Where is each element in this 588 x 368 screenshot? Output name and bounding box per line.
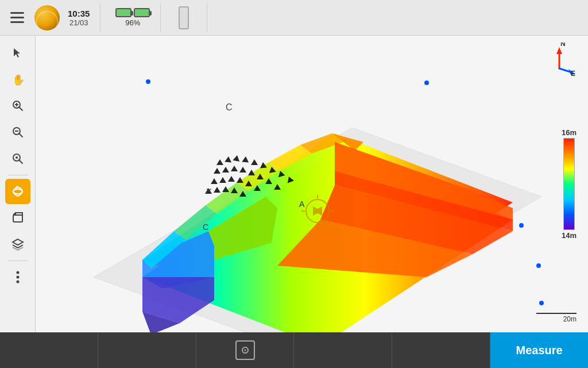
menu-button[interactable] [6,6,29,29]
pan-tool[interactable]: ✋ [5,67,30,92]
svg-marker-38 [242,156,249,162]
svg-text:✕: ✕ [206,186,212,195]
svg-marker-39 [251,159,258,165]
more-tool[interactable] [5,264,30,290]
compass-widget: N E [536,43,577,79]
globe-icon[interactable] [34,5,60,30]
svg-text:E: E [571,70,575,77]
time-display: 10:35 [68,9,90,18]
zoom-out-tool[interactable] [5,120,30,145]
scale-gradient [563,138,575,230]
scale-max-label: 16m [562,128,577,137]
cursor-tool[interactable] [5,40,30,66]
svg-point-15 [16,276,19,279]
bottom-btn-4[interactable] [294,332,392,368]
svg-marker-35 [216,159,223,165]
device-rect [179,6,189,29]
svg-line-8 [19,133,22,137]
bottom-btn-1[interactable] [0,332,98,368]
device-icon[interactable] [171,3,196,32]
bottom-bar: Measure [0,332,588,368]
battery-icon-1 [115,8,131,17]
svg-point-12 [13,189,22,194]
divider-2 [160,3,161,32]
svg-point-73 [424,80,429,85]
svg-line-5 [19,107,22,110]
scale-text: 20m [563,315,577,323]
date-display: 21/03 [69,18,88,27]
battery-percent: 96% [125,18,140,27]
3d-view-tool[interactable] [5,205,30,231]
svg-marker-45 [222,167,229,172]
svg-point-10 [16,156,18,159]
svg-marker-36 [225,156,232,162]
map-scale-bar: 20m [536,313,577,323]
svg-text:C: C [226,102,233,112]
toolbar-separator-2 [7,260,28,261]
svg-line-11 [19,160,22,163]
battery-section: 96% [115,8,150,27]
color-scale-bar: 16m 14m [562,128,577,240]
measure-button[interactable]: Measure [490,332,588,368]
svg-marker-59 [214,187,220,193]
viewport-3d[interactable]: C C ✕ A N [36,36,588,332]
3d-rotate-tool[interactable] [5,179,30,204]
svg-rect-13 [13,215,22,222]
left-toolbar: ✋ [0,36,36,332]
bottom-btn-2[interactable] [98,332,196,368]
scale-min-label: 14m [562,231,577,240]
divider-1 [100,3,100,32]
svg-text:N: N [560,43,566,48]
scale-line [536,313,577,314]
svg-point-74 [519,223,524,228]
layers-tool[interactable] [5,232,30,257]
center-reticle-btn[interactable] [196,332,295,368]
terrain-visualization: C C ✕ A [36,36,588,332]
top-bar: 10:35 21/03 96% [0,0,588,36]
svg-point-87 [244,350,246,351]
battery-icon-2 [134,8,150,17]
svg-point-72 [146,79,150,84]
svg-marker-46 [231,166,238,171]
zoom-fit-tool[interactable] [5,146,30,171]
svg-text:C: C [203,223,208,232]
svg-marker-52 [211,178,218,184]
battery-icons [115,8,150,17]
bottom-btn-5[interactable] [392,332,490,368]
divider-3 [207,3,207,32]
svg-marker-47 [239,167,246,172]
svg-point-16 [16,281,19,283]
svg-marker-54 [228,176,235,182]
svg-text:✋: ✋ [12,74,24,86]
svg-marker-44 [214,168,220,174]
main-area: ✋ [0,36,588,332]
svg-point-14 [16,271,19,274]
svg-marker-53 [219,177,226,183]
svg-marker-0 [14,48,20,57]
svg-marker-37 [233,155,241,162]
svg-point-75 [536,263,541,268]
zoom-in-tool[interactable] [5,93,30,118]
time-info: 10:35 21/03 [68,9,90,27]
toolbar-separator-1 [7,175,28,175]
measure-label: Measure [516,344,562,357]
svg-point-76 [539,301,544,305]
svg-marker-80 [556,47,562,54]
reticle-icon [235,340,256,361]
svg-text:A: A [299,200,305,209]
